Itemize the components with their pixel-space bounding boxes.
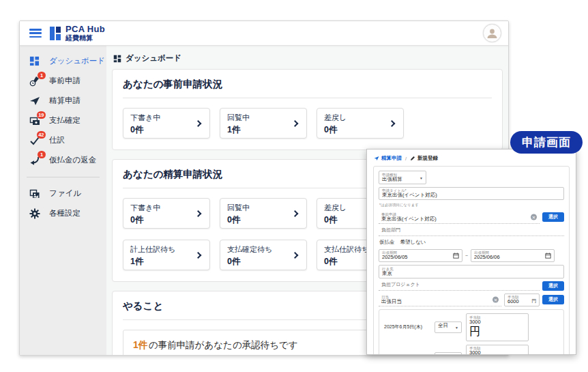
sidebar-item-payment[interactable]: 19 支払確定 — [20, 111, 106, 130]
field-value: 3000 — [469, 319, 525, 326]
form-card: 申請種別 出張精算 ▼ 申請タイトル* 東京出張(イベント対応) *は必須項目に… — [373, 166, 570, 355]
stat-card-journal-pending[interactable]: 計上仕訳待ち 1件 — [123, 240, 210, 270]
field-label: 負担プロジェクト — [381, 282, 537, 288]
notification-badge: 42 — [37, 131, 46, 139]
day-type-select[interactable]: 全日 ▼ — [435, 352, 462, 355]
sidebar-item-label: 支払確定 — [49, 115, 80, 126]
stat-count: 0件 — [130, 214, 203, 226]
menu-icon[interactable] — [29, 29, 42, 38]
page: PCA Hub 経費精算 ダッシュボード — [0, 0, 588, 372]
sidebar-item-files[interactable]: ファイル — [20, 184, 106, 203]
project-field[interactable]: 負担プロジェクト — [379, 281, 540, 291]
field-value: 東京出張(イベント対応) — [382, 192, 561, 199]
select-button[interactable]: 選択 — [542, 281, 564, 291]
stat-label: 回覧中 — [227, 203, 299, 213]
breadcrumb-current: 新規登録 — [417, 155, 438, 162]
sidebar-item-pre-application[interactable]: 1 事前申請 — [20, 71, 106, 91]
sidebar-item-label: 仕訳 — [49, 135, 65, 145]
field-value: 出張精算 — [382, 177, 423, 183]
todo-highlight: 1件 — [133, 339, 148, 352]
settlement-icon — [29, 95, 40, 106]
stat-count: 1件 — [130, 256, 203, 268]
pre-application-field[interactable]: 事前申請 東京出張(イベント対応) ✕ — [379, 211, 540, 224]
stat-card-payment-pending[interactable]: 支払確定待ち 0件 — [220, 240, 307, 270]
sidebar-item-refund[interactable]: 1 仮払金の返金 — [20, 150, 106, 170]
field-value: 希望しない — [400, 239, 426, 246]
application-type-select[interactable]: 申請種別 出張精算 ▼ — [379, 171, 426, 184]
sidebar-item-settings[interactable]: 各種設定 — [20, 203, 106, 223]
required-note: *は必須項目になります — [379, 203, 564, 208]
select-button[interactable]: 選択 — [542, 295, 564, 304]
field-value: 出張日当 — [381, 299, 499, 305]
caret-down-icon: ▼ — [420, 176, 423, 180]
stat-count: 0件 — [130, 124, 203, 136]
person-icon — [486, 27, 499, 40]
stat-count: 1件 — [227, 124, 299, 136]
pre-application-icon: 1 — [29, 75, 40, 87]
select-button[interactable]: 選択 — [542, 212, 564, 222]
field-value: 2025/06/06 — [474, 255, 551, 261]
notification-badge: 1 — [38, 72, 46, 79]
pencil-icon — [410, 156, 415, 161]
period-separator: ~ — [465, 253, 468, 258]
allowance-detail-card: 2025年6月5日(木) 全日 ▼ 手当額 3000 円 2025年6月6日(金… — [379, 309, 564, 355]
stat-card-draft[interactable]: 下書き中 0件 — [123, 198, 210, 229]
amount-input[interactable]: 手当額 3000 円 — [466, 345, 529, 356]
overlay-breadcrumb: 精算申請 / 新規登録 — [374, 155, 570, 162]
stat-count: 0件 — [227, 256, 299, 268]
todo-message: の事前申請があなたの承認待ちです — [149, 339, 298, 352]
detail-date: 2025年6月5日(木) — [384, 324, 430, 330]
section-title: あなたの事前申請状況 — [123, 78, 492, 91]
day-type-select[interactable]: 全日 ▼ — [435, 321, 462, 333]
field-value: 2025/06/05 — [382, 255, 459, 261]
breadcrumb-separator: / — [405, 156, 407, 162]
period-to-input[interactable]: 出張期間 2025/06/06 — [471, 249, 555, 263]
stat-card-returned[interactable]: 差戻し 0件 — [317, 108, 404, 139]
app-name: PCA Hub — [65, 25, 105, 33]
field-value: 東京出張(イベント対応) — [381, 216, 537, 223]
period-from-input[interactable]: 出張期間 2025/06/05 — [379, 249, 462, 263]
advance-payment-row: 仮払金 希望しない — [379, 239, 563, 246]
refund-icon: 1 — [29, 154, 40, 166]
field-value: 全日 — [438, 354, 458, 355]
sidebar-item-journal[interactable]: 42 仕訳 — [20, 130, 106, 150]
department-field[interactable]: 負担部門 — [379, 227, 564, 236]
pre-application-status-panel: あなたの事前申請状況 下書き中 0件 回覧中 1件 — [112, 69, 503, 150]
currency-unit: 円 — [469, 326, 480, 337]
clear-icon[interactable]: ✕ — [531, 214, 537, 220]
sidebar-divider — [27, 177, 100, 177]
field-value: 3000 — [469, 350, 525, 355]
stat-label: 下書き中 — [130, 113, 203, 123]
calendar-icon[interactable] — [453, 249, 459, 261]
amount-input[interactable]: 手当額 3000 円 — [466, 313, 529, 341]
caret-down-icon: ▼ — [455, 326, 458, 330]
sidebar: ダッシュボード 1 事前申請 精算申請 — [20, 46, 106, 355]
breadcrumb-link[interactable]: 精算申請 — [381, 155, 402, 162]
application-title-input[interactable]: 申請タイトル* 東京出張(イベント対応) — [379, 187, 564, 201]
allowance-field[interactable]: 日当 出張日当 ✕ — [379, 294, 501, 306]
sidebar-item-settlement[interactable]: 精算申請 — [20, 91, 106, 111]
calendar-icon[interactable] — [545, 249, 551, 261]
stat-label: 計上仕訳待ち — [130, 244, 203, 255]
stat-count: 0件 — [324, 124, 396, 136]
sidebar-item-label: 精算申請 — [49, 96, 80, 106]
overlay-caption-badge: 申請画面 — [510, 131, 583, 154]
user-avatar[interactable] — [483, 24, 501, 42]
application-form-panel: 精算申請 / 新規登録 申請種別 出張精算 ▼ 申請タイトル* 東京出張(イベン… — [366, 149, 576, 355]
currency-unit: 円 — [532, 298, 537, 304]
field-label: 負担部門 — [381, 227, 561, 233]
payment-icon: 19 — [29, 115, 40, 126]
allowance-total-field: 手当額 6000 円 — [504, 294, 540, 307]
stat-card-circulating[interactable]: 回覧中 1件 — [220, 108, 307, 139]
breadcrumb-label: ダッシュボード — [126, 53, 181, 63]
clear-icon[interactable]: ✕ — [493, 296, 499, 302]
destination-input[interactable]: 行き先 東京 — [379, 265, 564, 278]
field-label: 仮払金 — [379, 239, 395, 246]
file-icon — [29, 188, 40, 199]
stat-card-circulating[interactable]: 回覧中 0件 — [220, 198, 307, 229]
sidebar-item-label: 各種設定 — [49, 208, 80, 218]
stat-label: 支払確定待ち — [227, 244, 299, 255]
stat-count: 0件 — [227, 214, 299, 226]
stat-card-draft[interactable]: 下書き中 0件 — [123, 108, 210, 139]
sidebar-item-dashboard[interactable]: ダッシュボード — [20, 51, 106, 71]
